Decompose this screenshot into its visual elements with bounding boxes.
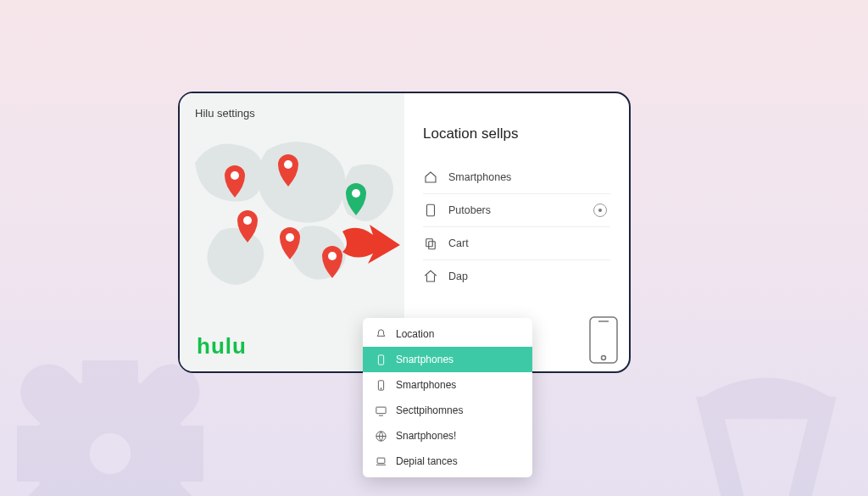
dropdown-label: Snartphones! bbox=[396, 430, 456, 442]
dropdown-item-snartphones-2[interactable]: Snartphones! bbox=[363, 423, 532, 449]
svg-point-11 bbox=[243, 216, 252, 225]
dropdown-item-secttpihomnes[interactable]: Secttpihomnes bbox=[363, 398, 532, 423]
dropdown-item-snartphones[interactable]: Snartphones bbox=[363, 347, 532, 372]
svg-rect-15 bbox=[427, 204, 435, 216]
copy-icon bbox=[423, 236, 438, 251]
dropdown-label: Secttpihomnes bbox=[396, 404, 463, 416]
dropdown-menu: Location Snartphones Smartphones Secttpi… bbox=[363, 318, 532, 477]
row-label: Putobers bbox=[448, 204, 491, 216]
svg-point-23 bbox=[381, 387, 381, 388]
house-icon bbox=[423, 170, 438, 185]
radio-select[interactable] bbox=[593, 203, 607, 217]
monitor-icon bbox=[375, 404, 387, 417]
row-putobers[interactable]: Putobers bbox=[423, 194, 610, 227]
left-panel-title: Hilu settings bbox=[195, 107, 255, 120]
svg-point-9 bbox=[231, 171, 239, 180]
row-label: Cart bbox=[448, 237, 469, 249]
dropdown-label: Location bbox=[396, 328, 434, 340]
svg-rect-16 bbox=[426, 239, 433, 247]
globe-icon bbox=[375, 430, 387, 443]
svg-line-8 bbox=[153, 392, 172, 410]
svg-rect-24 bbox=[376, 407, 386, 414]
row-smartphones[interactable]: Smartphones bbox=[423, 161, 610, 194]
row-label: Smartphones bbox=[448, 171, 511, 183]
dropdown-label: Smartphones bbox=[396, 379, 456, 391]
svg-point-10 bbox=[284, 160, 292, 169]
svg-rect-27 bbox=[377, 458, 385, 463]
svg-point-19 bbox=[602, 356, 606, 360]
dropdown-item-smartphones[interactable]: Smartphones bbox=[363, 372, 532, 398]
dropdown-label: Depial tances bbox=[396, 455, 458, 467]
row-cart[interactable]: Cart bbox=[423, 227, 610, 260]
bg-bucket-icon bbox=[673, 352, 860, 496]
svg-point-12 bbox=[286, 233, 294, 242]
svg-rect-21 bbox=[378, 354, 383, 364]
bg-gear-icon bbox=[17, 360, 203, 496]
laptop-icon bbox=[375, 455, 387, 468]
home-icon bbox=[423, 269, 438, 284]
svg-line-5 bbox=[48, 392, 67, 410]
pointer-arrow-icon bbox=[339, 220, 402, 272]
settings-list: Smartphones Putobers Cart Dap bbox=[423, 161, 610, 293]
phone-icon bbox=[375, 354, 387, 366]
phone-illustration-icon bbox=[588, 315, 619, 365]
hulu-logo: hulu bbox=[197, 333, 247, 359]
device-icon bbox=[423, 203, 438, 218]
dropdown-item-depial-tances[interactable]: Depial tances bbox=[363, 449, 532, 474]
section-title: Location sellps bbox=[423, 125, 610, 142]
dropdown-label: Snartphones bbox=[396, 354, 453, 365]
phone-icon bbox=[375, 379, 387, 392]
svg-point-13 bbox=[328, 252, 337, 260]
row-label: Dap bbox=[448, 270, 468, 282]
bell-icon bbox=[375, 328, 387, 341]
row-dap[interactable]: Dap bbox=[423, 260, 610, 293]
svg-rect-17 bbox=[429, 242, 436, 249]
svg-point-14 bbox=[352, 189, 360, 198]
dropdown-item-location[interactable]: Location bbox=[363, 321, 532, 347]
